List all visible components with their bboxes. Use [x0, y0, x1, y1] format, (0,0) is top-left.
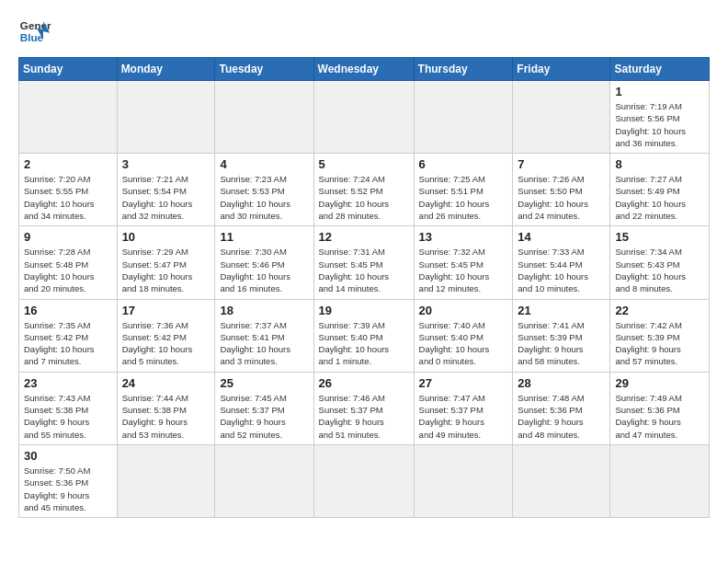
day-info: Sunrise: 7:36 AM Sunset: 5:42 PM Dayligh…	[122, 319, 210, 368]
calendar-cell: 18Sunrise: 7:37 AM Sunset: 5:41 PM Dayli…	[215, 299, 313, 372]
day-number: 13	[419, 230, 508, 244]
calendar-cell: 2Sunrise: 7:20 AM Sunset: 5:55 PM Daylig…	[19, 154, 118, 226]
header: General Blue	[18, 15, 710, 48]
day-info: Sunrise: 7:49 AM Sunset: 5:36 PM Dayligh…	[615, 392, 704, 441]
weekday-header-tuesday: Tuesday	[215, 58, 313, 81]
calendar-row: 30Sunrise: 7:50 AM Sunset: 5:36 PM Dayli…	[19, 444, 710, 517]
day-info: Sunrise: 7:29 AM Sunset: 5:47 PM Dayligh…	[122, 246, 210, 294]
day-number: 15	[615, 230, 704, 244]
day-info: Sunrise: 7:40 AM Sunset: 5:40 PM Dayligh…	[419, 319, 508, 368]
calendar-cell: 29Sunrise: 7:49 AM Sunset: 5:36 PM Dayli…	[610, 372, 710, 444]
calendar-cell: 8Sunrise: 7:27 AM Sunset: 5:49 PM Daylig…	[610, 154, 710, 226]
day-info: Sunrise: 7:41 AM Sunset: 5:39 PM Dayligh…	[518, 319, 605, 368]
day-number: 28	[518, 376, 605, 390]
day-number: 23	[24, 376, 112, 390]
day-info: Sunrise: 7:46 AM Sunset: 5:37 PM Dayligh…	[319, 392, 409, 441]
calendar-cell	[414, 444, 513, 517]
weekday-header-thursday: Thursday	[414, 58, 513, 81]
day-info: Sunrise: 7:48 AM Sunset: 5:36 PM Dayligh…	[518, 392, 605, 441]
calendar-cell: 10Sunrise: 7:29 AM Sunset: 5:47 PM Dayli…	[117, 226, 215, 299]
calendar-cell: 28Sunrise: 7:48 AM Sunset: 5:36 PM Dayli…	[513, 372, 610, 444]
calendar-cell: 1Sunrise: 7:19 AM Sunset: 5:56 PM Daylig…	[610, 81, 710, 154]
calendar-cell: 26Sunrise: 7:46 AM Sunset: 5:37 PM Dayli…	[313, 372, 414, 444]
day-info: Sunrise: 7:43 AM Sunset: 5:38 PM Dayligh…	[24, 392, 112, 441]
calendar-cell: 30Sunrise: 7:50 AM Sunset: 5:36 PM Dayli…	[19, 444, 118, 517]
calendar-cell: 16Sunrise: 7:35 AM Sunset: 5:42 PM Dayli…	[19, 299, 118, 372]
day-info: Sunrise: 7:31 AM Sunset: 5:45 PM Dayligh…	[319, 246, 409, 294]
day-number: 7	[518, 157, 605, 171]
calendar: SundayMondayTuesdayWednesdayThursdayFrid…	[18, 57, 710, 518]
calendar-cell: 15Sunrise: 7:34 AM Sunset: 5:43 PM Dayli…	[610, 226, 710, 299]
day-info: Sunrise: 7:27 AM Sunset: 5:49 PM Dayligh…	[615, 173, 704, 222]
day-info: Sunrise: 7:32 AM Sunset: 5:45 PM Dayligh…	[419, 246, 508, 294]
day-info: Sunrise: 7:33 AM Sunset: 5:44 PM Dayligh…	[518, 246, 605, 294]
calendar-cell: 19Sunrise: 7:39 AM Sunset: 5:40 PM Dayli…	[313, 299, 414, 372]
day-number: 26	[319, 376, 409, 390]
day-info: Sunrise: 7:23 AM Sunset: 5:53 PM Dayligh…	[220, 173, 308, 222]
day-number: 10	[122, 230, 210, 244]
day-number: 9	[24, 230, 112, 244]
calendar-cell: 3Sunrise: 7:21 AM Sunset: 5:54 PM Daylig…	[117, 154, 215, 226]
calendar-cell: 13Sunrise: 7:32 AM Sunset: 5:45 PM Dayli…	[414, 226, 513, 299]
day-number: 4	[220, 157, 308, 171]
calendar-cell: 27Sunrise: 7:47 AM Sunset: 5:37 PM Dayli…	[414, 372, 513, 444]
day-info: Sunrise: 7:21 AM Sunset: 5:54 PM Dayligh…	[122, 173, 210, 222]
day-number: 3	[122, 157, 210, 171]
day-info: Sunrise: 7:19 AM Sunset: 5:56 PM Dayligh…	[615, 100, 704, 149]
day-info: Sunrise: 7:28 AM Sunset: 5:48 PM Dayligh…	[24, 246, 112, 294]
calendar-cell	[19, 81, 118, 154]
logo-icon: General Blue	[18, 15, 51, 48]
calendar-row: 23Sunrise: 7:43 AM Sunset: 5:38 PM Dayli…	[19, 372, 710, 444]
day-number: 12	[319, 230, 409, 244]
calendar-cell	[513, 444, 610, 517]
calendar-row: 9Sunrise: 7:28 AM Sunset: 5:48 PM Daylig…	[19, 226, 710, 299]
calendar-cell	[117, 81, 215, 154]
day-info: Sunrise: 7:24 AM Sunset: 5:52 PM Dayligh…	[319, 173, 409, 222]
day-info: Sunrise: 7:44 AM Sunset: 5:38 PM Dayligh…	[122, 392, 210, 441]
day-info: Sunrise: 7:47 AM Sunset: 5:37 PM Dayligh…	[419, 392, 508, 441]
day-number: 20	[419, 304, 508, 317]
day-info: Sunrise: 7:37 AM Sunset: 5:41 PM Dayligh…	[220, 319, 308, 368]
day-info: Sunrise: 7:25 AM Sunset: 5:51 PM Dayligh…	[419, 173, 508, 222]
day-number: 30	[24, 449, 112, 463]
calendar-row: 16Sunrise: 7:35 AM Sunset: 5:42 PM Dayli…	[19, 299, 710, 372]
calendar-cell	[215, 81, 313, 154]
day-info: Sunrise: 7:34 AM Sunset: 5:43 PM Dayligh…	[615, 246, 704, 294]
weekday-header-sunday: Sunday	[19, 58, 118, 81]
calendar-cell: 20Sunrise: 7:40 AM Sunset: 5:40 PM Dayli…	[414, 299, 513, 372]
day-info: Sunrise: 7:45 AM Sunset: 5:37 PM Dayligh…	[220, 392, 308, 441]
calendar-cell: 12Sunrise: 7:31 AM Sunset: 5:45 PM Dayli…	[313, 226, 414, 299]
day-number: 18	[220, 304, 308, 317]
calendar-cell	[513, 81, 610, 154]
day-info: Sunrise: 7:39 AM Sunset: 5:40 PM Dayligh…	[319, 319, 409, 368]
day-number: 1	[615, 85, 704, 98]
day-number: 25	[220, 376, 308, 390]
weekday-header-wednesday: Wednesday	[313, 58, 414, 81]
logo: General Blue	[18, 15, 51, 48]
day-number: 21	[518, 304, 605, 317]
calendar-cell	[414, 81, 513, 154]
weekday-header-friday: Friday	[513, 58, 610, 81]
day-number: 8	[615, 157, 704, 171]
day-number: 16	[24, 304, 112, 317]
day-number: 27	[419, 376, 508, 390]
day-info: Sunrise: 7:20 AM Sunset: 5:55 PM Dayligh…	[24, 173, 112, 222]
weekday-header-saturday: Saturday	[610, 58, 710, 81]
calendar-cell: 5Sunrise: 7:24 AM Sunset: 5:52 PM Daylig…	[313, 154, 414, 226]
calendar-cell	[313, 444, 414, 517]
calendar-row: 2Sunrise: 7:20 AM Sunset: 5:55 PM Daylig…	[19, 154, 710, 226]
calendar-cell: 23Sunrise: 7:43 AM Sunset: 5:38 PM Dayli…	[19, 372, 118, 444]
day-number: 19	[319, 304, 409, 317]
day-number: 17	[122, 304, 210, 317]
day-info: Sunrise: 7:50 AM Sunset: 5:36 PM Dayligh…	[24, 465, 112, 513]
day-number: 24	[122, 376, 210, 390]
day-number: 5	[319, 157, 409, 171]
day-number: 14	[518, 230, 605, 244]
calendar-cell: 7Sunrise: 7:26 AM Sunset: 5:50 PM Daylig…	[513, 154, 610, 226]
day-number: 22	[615, 304, 704, 317]
day-number: 11	[220, 230, 308, 244]
calendar-cell	[610, 444, 710, 517]
calendar-cell: 24Sunrise: 7:44 AM Sunset: 5:38 PM Dayli…	[117, 372, 215, 444]
weekday-header-row: SundayMondayTuesdayWednesdayThursdayFrid…	[19, 58, 710, 81]
calendar-cell: 6Sunrise: 7:25 AM Sunset: 5:51 PM Daylig…	[414, 154, 513, 226]
